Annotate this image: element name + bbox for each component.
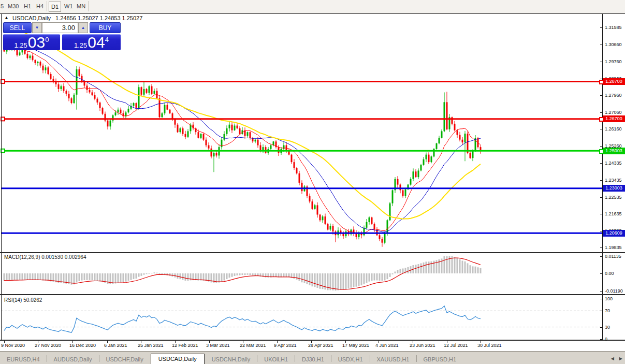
price-label-chip: 1.25003 — [603, 148, 625, 154]
price-tick-mark — [600, 214, 603, 214]
chart-left-border — [1, 13, 2, 341]
date-tick-label: 12 Feb 2021 — [172, 343, 198, 348]
rsi-tick-mark — [600, 327, 603, 328]
ma-line-40 — [4, 23, 481, 219]
chip-anchor-marker — [599, 80, 604, 84]
price-tick-mark — [600, 129, 603, 129]
date-tick-label: 23 Jun 2021 — [410, 343, 435, 348]
date-tick-label: 22 Mar 2021 — [240, 343, 266, 348]
volume-input[interactable]: 3.00 — [42, 22, 78, 33]
hline-anchor-marker[interactable] — [1, 117, 5, 121]
price-tick-label: 1.29760 — [605, 59, 622, 64]
date-tick-label: 3 Mar 2021 — [206, 343, 230, 348]
buy-button[interactable]: BUY — [90, 22, 121, 33]
price-tick-mark — [600, 45, 603, 45]
chart-tab-usdchf[interactable]: USDCHF,Daily — [99, 355, 150, 364]
macd-tick-label: -0.01190 — [605, 288, 623, 294]
price-tick-mark — [600, 180, 603, 181]
hline-anchor-marker[interactable] — [1, 149, 5, 153]
price-tick-mark — [600, 27, 603, 28]
rsi-line — [4, 306, 481, 333]
ma-line-10 — [4, 44, 481, 234]
rsi-dateaxis-separator — [0, 340, 625, 341]
buy-price-pips: 04 — [88, 35, 105, 50]
one-click-trading-panel: SELL ▼ 3.00 ▲ BUY 1.25 03 0 1.25 04 4 — [3, 22, 121, 50]
mt4-terminal: 5M30H1H4D1W1MN ▲ USDCAD,Daily 1.24856 1.… — [0, 0, 625, 364]
sell-price-prefix: 1.25 — [14, 41, 27, 50]
chart-tab-usdcad[interactable]: USDCAD,Daily — [151, 354, 205, 364]
chart-tab-gbpusd[interactable]: GBPUSD,H1 — [417, 355, 463, 364]
buy-price-button[interactable]: 1.25 04 4 — [62, 34, 121, 50]
price-label-chip: 1.26700 — [603, 115, 625, 122]
price-tick-label: 1.23435 — [605, 178, 622, 183]
macd-tick-mark — [600, 273, 603, 274]
timeframe-button-D1[interactable]: D1 — [49, 2, 61, 12]
chart-tab-audusd[interactable]: AUDUSD,Daily — [47, 355, 99, 364]
rsi-tick-mark — [600, 299, 603, 299]
price-tick-mark — [600, 62, 603, 62]
date-tick-label: 27 Nov 2020 — [35, 343, 61, 348]
date-tick-label: 25 Jan 2021 — [138, 343, 164, 348]
macd-tick-label: 0.00 — [605, 271, 614, 276]
rsi-panel-canvas[interactable] — [0, 295, 602, 340]
price-tick-label: 1.27060 — [605, 110, 622, 115]
price-tick-mark — [600, 247, 603, 248]
chart-tab-usdcnh[interactable]: USDCNH,Daily — [205, 355, 257, 364]
tab-scroll-left-button[interactable]: ◀ — [608, 356, 617, 364]
price-tick-mark — [600, 197, 603, 198]
price-tick-mark — [600, 95, 603, 96]
tab-scroll-right-button[interactable]: ▶ — [617, 356, 625, 364]
sell-button[interactable]: SELL — [3, 22, 32, 33]
timeframe-button-5[interactable]: 5 — [0, 2, 6, 11]
price-tick-label: 1.30660 — [605, 42, 622, 47]
sell-price-pips: 03 — [28, 35, 45, 50]
date-tick-label: 30 Jul 2021 — [477, 343, 502, 348]
price-tick-label: 1.24335 — [605, 161, 622, 166]
volume-decrease-button[interactable]: ▼ — [32, 22, 42, 33]
chart-tab-ukoil[interactable]: UKOil,H1 — [257, 355, 295, 364]
date-tick-label: 16 Dec 2020 — [69, 343, 96, 348]
chart-tab-usdx[interactable]: USDX,H1 — [331, 355, 370, 364]
price-label-chip: 1.28700 — [603, 78, 625, 85]
sell-price-button[interactable]: 1.25 03 0 — [3, 34, 60, 50]
buy-price-point: 4 — [105, 36, 109, 43]
timeframe-button-M30[interactable]: M30 — [6, 2, 21, 11]
timeframe-button-H1[interactable]: H1 — [22, 2, 33, 11]
buy-price-prefix: 1.25 — [74, 41, 87, 50]
timeframe-button-W1[interactable]: W1 — [62, 2, 75, 11]
timeframe-button-MN[interactable]: MN — [75, 2, 88, 11]
rsi-label: RSI(14) 50.0262 — [4, 297, 42, 303]
rsi-tick-mark — [600, 311, 603, 311]
price-tick-label: 1.22535 — [605, 195, 622, 200]
macd-panel-canvas[interactable] — [0, 253, 602, 294]
macd-tick-label: 0.01135 — [605, 254, 621, 259]
date-tick-label: 4 Jun 2021 — [375, 343, 399, 348]
rsi-tick-label: 0 — [605, 337, 607, 342]
price-label-chip: 1.23003 — [603, 185, 625, 192]
timeframe-button-H4[interactable]: H4 — [34, 2, 46, 11]
price-tick-label: 1.27960 — [605, 93, 622, 98]
rsi-tick-mark — [600, 339, 603, 340]
macd-rsi-separator[interactable] — [0, 294, 625, 295]
chart-tab-xauusd[interactable]: XAUUSD,H1 — [370, 355, 416, 364]
date-tick-label: 28 Apr 2021 — [308, 343, 333, 348]
price-tick-label: 1.21635 — [605, 211, 622, 216]
rsi-tick-label: 70 — [605, 308, 610, 313]
chart-tab-dj30[interactable]: DJ30,H1 — [295, 355, 331, 364]
chart-tab-bar: EURUSD,H4AUDUSD,DailyUSDCHF,DailyUSDCAD,… — [0, 351, 625, 364]
price-tick-mark — [600, 163, 603, 164]
price-tick-label: 1.19835 — [605, 245, 622, 250]
toolbar-separator — [88, 1, 89, 11]
rsi-tick-label: 30 — [605, 325, 610, 330]
price-label-chip: 1.20609 — [603, 230, 625, 237]
price-tick-mark — [600, 146, 603, 147]
date-tick-label: 9 Nov 2020 — [1, 343, 25, 348]
main-macd-separator[interactable] — [0, 252, 625, 253]
toolbar-separator — [47, 1, 47, 11]
volume-increase-button[interactable]: ▲ — [78, 22, 88, 33]
chip-anchor-marker — [599, 117, 604, 122]
hline-anchor-marker[interactable] — [1, 80, 5, 83]
date-tick-label: 6 Jan 2021 — [104, 343, 127, 348]
candles — [4, 44, 482, 247]
chart-tab-eurusd[interactable]: EURUSD,H4 — [0, 355, 47, 364]
